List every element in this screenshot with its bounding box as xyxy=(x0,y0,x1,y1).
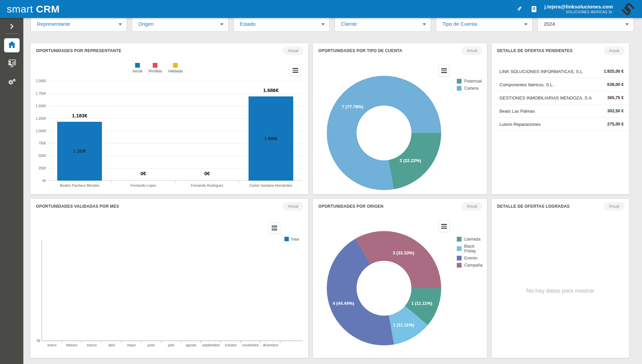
offer-name: GESTIONES INMOBILIARIAS MENDOZA, S.A xyxy=(499,95,592,100)
bar-chart-x-labels: Beatriz Pacheco MoralesFernando LopezFer… xyxy=(48,183,303,187)
offer-row[interactable]: Beats Las Palmas302,50 € xyxy=(492,105,629,118)
y-axis-label: 1.000€ xyxy=(31,129,46,133)
chart-menu-icon[interactable] xyxy=(438,65,450,76)
donut-chart-tipo-cuenta[interactable]: 2 (22.22%)7 (77.78%) xyxy=(327,76,441,190)
user-account-menu[interactable]: j.tejera@linksoluciones.com SOLUCIONES I… xyxy=(544,4,613,14)
brand-light: smart xyxy=(7,3,33,15)
y-axis-label: 250€ xyxy=(31,166,46,170)
legend-item[interactable]: Cartera xyxy=(457,86,481,91)
sidebar-item-reports[interactable] xyxy=(4,57,20,71)
filter-estado[interactable]: Estado xyxy=(233,16,330,32)
empty-state-text: No hay datos para mostrar xyxy=(492,288,629,294)
y-axis-label: 500€ xyxy=(31,154,46,158)
legend-swatch-icon xyxy=(457,246,462,251)
legend-item[interactable]: Campaña xyxy=(457,263,487,268)
legend-item[interactable]: Llamada xyxy=(457,237,487,242)
x-axis-label: julio xyxy=(161,341,181,347)
offer-amount: 365,75 € xyxy=(607,95,624,100)
filter-row: Representante Origen Estado Cliente Tipo… xyxy=(30,16,634,32)
filter-ano-value: 2024 xyxy=(544,21,555,27)
period-badge[interactable]: Anual xyxy=(283,46,303,55)
offer-row[interactable]: Luismi Reparaciones275,00 € xyxy=(492,118,629,131)
x-axis-tick xyxy=(175,181,175,183)
panel-oportunidades-validadas-por-mes: OPORTUNIDADES VALIDADAS POR MES Anual To… xyxy=(30,199,308,358)
legend-swatch-icon xyxy=(457,79,462,84)
chart-menu-icon[interactable] xyxy=(438,221,450,232)
period-badge[interactable]: Anual xyxy=(283,202,303,211)
x-axis-label: marzo xyxy=(82,341,102,347)
offer-name: LINK SOLUCIONES INFORMATICAS, S.L xyxy=(499,69,582,74)
legend-item[interactable]: Validada xyxy=(168,63,183,73)
y-axis-label: 0€ xyxy=(31,179,46,183)
bar-value-label: 1.686€ xyxy=(264,136,277,141)
chart-menu-icon[interactable] xyxy=(290,65,301,76)
address-book-icon[interactable] xyxy=(530,5,538,14)
slice-label: 1 (11.11%) xyxy=(393,322,414,327)
legend-item[interactable]: Black Friday xyxy=(457,244,487,253)
slice-label: 2 (22.22%) xyxy=(400,158,421,163)
offer-row[interactable]: LINK SOLUCIONES INFORMATICAS, S.L1.925,0… xyxy=(492,65,629,78)
legend-swatch-icon xyxy=(153,63,157,68)
donut-legend: LlamadaBlack FridayEventoCampaña xyxy=(457,237,487,270)
y-axis-label: 1.250€ xyxy=(31,116,46,120)
bar[interactable]: 1.686€ xyxy=(249,96,293,181)
panel-title: DETALLE DE OFERTAS PENDIENTES xyxy=(497,48,573,53)
x-axis-label: septiembre xyxy=(201,341,221,347)
chevron-down-icon xyxy=(119,23,122,25)
legend-label: Validada xyxy=(168,69,183,73)
panel-oportunidades-por-origen: OPORTUNIDADES POR ORIGEN Anual 1 (11.11%… xyxy=(313,199,487,358)
x-axis-label: Beatriz Pacheco Morales xyxy=(48,183,111,187)
filter-ano[interactable]: Año 2024 xyxy=(537,16,634,32)
rocket-icon[interactable] xyxy=(515,5,523,14)
chevron-down-icon xyxy=(524,23,528,25)
filter-representante[interactable]: Representante xyxy=(30,16,127,32)
bar[interactable]: 1.183€ xyxy=(57,122,102,181)
sidebar-expand-button[interactable] xyxy=(7,23,17,30)
legend-item[interactable]: Inicial xyxy=(132,63,142,73)
bar-value-label: 1.183€ xyxy=(73,149,86,154)
app-brand: smart CRM xyxy=(7,3,60,15)
slice-label: 4 (44.44%) xyxy=(333,300,354,305)
offer-row[interactable]: GESTIONES INMOBILIARIAS MENDOZA, S.A365,… xyxy=(492,91,629,105)
company-logo-icon xyxy=(619,0,637,18)
donut-chart-origen[interactable]: 1 (11.11%)1 (11.11%)4 (44.44%)3 (33.33%) xyxy=(327,231,441,345)
offer-row[interactable]: Componentes Ibéricos, S.L.638,00 € xyxy=(492,78,629,91)
filter-tipo-de-cuenta[interactable]: Tipo de Cuenta xyxy=(436,16,532,32)
chevron-down-icon xyxy=(321,23,325,25)
x-axis-label: agosto xyxy=(181,341,201,347)
x-axis-tick xyxy=(280,341,280,343)
user-email: j.tejera@linksoluciones.com xyxy=(544,4,613,10)
y-axis-label: 750€ xyxy=(31,141,46,145)
offer-name: Luismi Reparaciones xyxy=(499,122,540,127)
period-badge[interactable]: Anual xyxy=(604,202,624,211)
bar-total-label: 1.686€ xyxy=(239,87,303,93)
period-badge[interactable]: Anual xyxy=(604,46,624,55)
x-axis-label: enero xyxy=(42,341,62,347)
bar-total-label: 0€ xyxy=(111,170,175,176)
y-axis-label: 0€ xyxy=(31,339,40,343)
y-axis-label: 1.500€ xyxy=(31,104,46,108)
y-axis-label: 2.000€ xyxy=(31,79,46,83)
sidebar-item-home[interactable] xyxy=(4,38,20,52)
legend-item[interactable]: Evento xyxy=(457,256,487,260)
period-badge[interactable]: Anual xyxy=(462,46,482,55)
legend-label: Llamada xyxy=(464,237,480,242)
bar-column: 0€ xyxy=(175,81,239,181)
legend-item[interactable]: Perdida xyxy=(148,63,162,73)
sidebar-item-settings[interactable] xyxy=(4,75,20,90)
filter-label: Estado xyxy=(240,21,256,27)
chevron-down-icon xyxy=(423,23,426,25)
filter-cliente[interactable]: Cliente xyxy=(335,16,431,32)
filter-origen[interactable]: Origen xyxy=(132,16,228,32)
legend-label: Perdida xyxy=(148,69,162,73)
legend-item[interactable]: Potencial xyxy=(457,79,481,84)
chart-menu-icon[interactable] xyxy=(269,222,280,234)
bar-column: 0€ xyxy=(111,81,175,181)
offer-name: Beats Las Palmas xyxy=(499,109,535,114)
period-badge[interactable]: Anual xyxy=(462,202,482,211)
line-chart-plot: 0€ enerofebreromarzoabrilmayojuniojulioa… xyxy=(42,240,303,341)
brand-bold: CRM xyxy=(36,3,60,15)
legend-swatch-icon xyxy=(457,263,462,268)
x-axis-label: febrero xyxy=(62,341,82,347)
slice-label: 1 (11.11%) xyxy=(411,300,432,305)
